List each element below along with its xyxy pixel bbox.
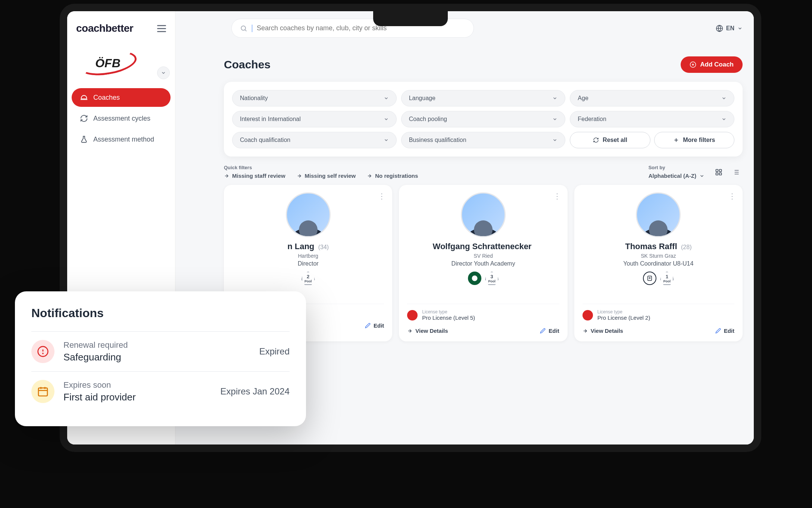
svg-rect-12	[716, 170, 718, 172]
brand-logo: coachbetter	[76, 22, 133, 34]
coach-club: SV Ried	[407, 253, 559, 259]
menu-toggle-icon[interactable]	[157, 25, 166, 32]
coach-card: ⋮ Wolfgang Schrattenecker SV Ried Direct…	[399, 185, 567, 341]
calendar-icon	[31, 380, 54, 403]
laptop-notch	[373, 11, 448, 26]
page-title: Coaches	[224, 58, 271, 71]
card-menu-icon[interactable]: ⋮	[378, 192, 385, 201]
license-value: Pro License (Level 5)	[422, 315, 475, 321]
svg-point-30	[43, 353, 43, 354]
avatar	[461, 192, 506, 237]
coach-name: Wolfgang Schrattenecker	[433, 242, 532, 251]
language-label: EN	[726, 25, 734, 32]
language-switcher[interactable]: EN	[716, 25, 743, 32]
page-header: Coaches Add Coach	[224, 56, 743, 73]
pencil-icon	[365, 323, 371, 328]
card-menu-icon[interactable]: ⋮	[728, 192, 736, 201]
view-grid-button[interactable]	[712, 165, 725, 179]
filter-language[interactable]: Language	[401, 90, 566, 106]
filter-international[interactable]: Interest in International	[232, 111, 397, 127]
notification-meta: Expired	[259, 346, 290, 357]
pool-badge: 1 Pool	[660, 272, 674, 285]
filter-nationality[interactable]: Nationality	[232, 90, 397, 106]
quick-filters-label: Quick filters	[224, 165, 418, 170]
notification-meta: Expires Jan 2024	[221, 386, 290, 397]
notification-status: Renewal required	[63, 340, 250, 350]
view-details-button[interactable]: View Details	[407, 328, 448, 334]
search-icon	[240, 25, 247, 32]
sort-dropdown[interactable]: Alphabetical (A-Z)	[649, 173, 705, 179]
coach-club: SK Sturm Graz	[583, 253, 734, 259]
arrow-right-icon	[224, 173, 229, 179]
sort-label: Sort by	[649, 165, 705, 170]
uefa-icon	[583, 310, 593, 320]
svg-point-22	[472, 276, 477, 281]
chevron-down-icon[interactable]	[157, 66, 170, 79]
edit-button[interactable]: Edit	[540, 328, 559, 334]
sidebar-item-assessment-method[interactable]: Assessment method	[72, 130, 171, 149]
chevron-down-icon	[721, 117, 727, 122]
coach-role: Youth Coordinator U8-U14	[583, 260, 734, 267]
topbar: EN	[175, 11, 754, 41]
card-menu-icon[interactable]: ⋮	[553, 192, 561, 201]
org-selector[interactable]: ÖFB	[76, 50, 166, 76]
quick-filter-missing-staff[interactable]: Missing staff review	[224, 173, 285, 179]
coach-club: Hartberg	[232, 253, 384, 259]
filter-age[interactable]: Age	[570, 90, 734, 106]
coach-age: (34)	[318, 244, 329, 250]
filter-business-qualification[interactable]: Business qualification	[401, 132, 566, 148]
license-row: License type Pro License (Level 2)	[583, 304, 734, 321]
edit-button[interactable]: Edit	[715, 328, 734, 334]
globe-icon	[716, 25, 723, 32]
notification-name: Safeguarding	[63, 351, 250, 363]
sidebar-item-coaches[interactable]: Coaches	[72, 88, 171, 107]
pencil-icon	[540, 328, 546, 334]
view-list-button[interactable]	[729, 165, 743, 179]
notification-name: First aid provider	[63, 391, 212, 403]
svg-point-0	[241, 26, 246, 30]
pool-badge: 2 Pool	[302, 272, 315, 285]
reset-filters-button[interactable]: Reset all	[570, 132, 650, 148]
quick-filter-missing-self[interactable]: Missing self review	[297, 173, 356, 179]
refresh-icon	[593, 137, 599, 143]
org-name: ÖFB	[95, 56, 121, 70]
sidebar-item-label: Assessment cycles	[93, 115, 150, 123]
arrow-right-icon	[367, 173, 372, 179]
arrow-right-icon	[297, 173, 302, 179]
pencil-icon	[715, 328, 721, 334]
chevron-down-icon	[699, 173, 705, 179]
svg-rect-13	[719, 170, 722, 172]
notification-item[interactable]: Renewal required Safeguarding Expired	[31, 331, 290, 371]
refresh-icon	[80, 114, 88, 123]
sidebar-item-label: Assessment method	[93, 136, 154, 143]
coach-role: Director	[232, 260, 384, 267]
list-icon	[732, 168, 740, 176]
svg-line-1	[245, 30, 247, 31]
arrow-right-icon	[407, 328, 412, 334]
edit-button[interactable]: Edit	[365, 322, 384, 329]
text-cursor	[252, 25, 252, 32]
org-logo: ÖFB	[76, 50, 140, 76]
plus-icon	[673, 137, 679, 143]
license-row: License type Pro License (Level 5)	[407, 304, 559, 321]
filter-coach-qualification[interactable]: Coach qualification	[232, 132, 397, 148]
sort-controls: Sort by Alphabetical (A-Z)	[649, 165, 743, 179]
view-details-button[interactable]: View Details	[583, 328, 623, 334]
filter-coach-pooling[interactable]: Coach pooling	[401, 111, 566, 127]
avatar	[286, 192, 331, 237]
chevron-down-icon	[552, 137, 558, 143]
add-coach-button[interactable]: Add Coach	[681, 56, 743, 73]
more-filters-button[interactable]: More filters	[654, 132, 734, 148]
filter-federation[interactable]: Federation	[570, 111, 734, 127]
add-coach-label: Add Coach	[700, 61, 734, 68]
chevron-down-icon	[552, 117, 558, 122]
sidebar-item-assessment-cycles[interactable]: Assessment cycles	[72, 109, 171, 128]
quick-filters: Quick filters Missing staff review Missi…	[224, 165, 418, 179]
coach-role: Director Youth Academy	[407, 260, 559, 267]
notification-item[interactable]: Expires soon First aid provider Expires …	[31, 371, 290, 411]
license-label: License type	[597, 309, 650, 315]
quick-filter-no-registrations[interactable]: No registrations	[367, 173, 418, 179]
pool-badge: 3 Pool	[485, 272, 499, 285]
grid-icon	[715, 168, 722, 176]
note-badge-icon	[643, 272, 656, 285]
